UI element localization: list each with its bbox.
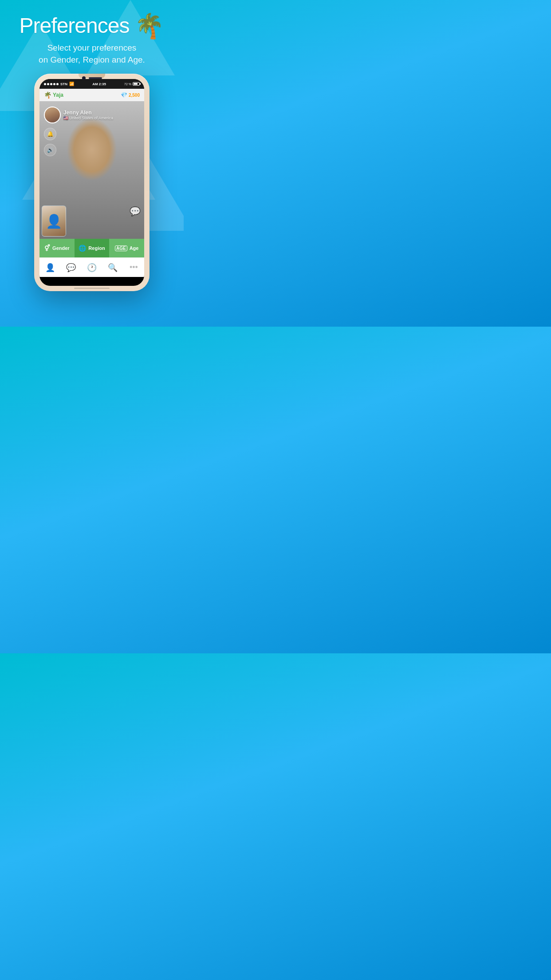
nav-profile[interactable]: 👤 xyxy=(39,258,60,277)
user-location: 🇺🇸 United States of America xyxy=(63,116,113,120)
nav-search[interactable]: 🔍 xyxy=(102,258,123,277)
search-icon: 🔍 xyxy=(108,263,118,273)
title-row: Preferences 🌴 xyxy=(0,13,184,38)
volume-icon: 🔊 xyxy=(47,147,54,153)
signal-dot-1 xyxy=(44,83,46,85)
subtitle-line1: Select your preferences xyxy=(47,43,137,52)
region-label: Region xyxy=(88,245,105,251)
preference-buttons: ⚥ Gender 🌐 Region AGE Age xyxy=(39,239,144,257)
gender-icon: ⚥ xyxy=(44,245,50,252)
coin-count: 2,500 xyxy=(129,93,140,98)
more-icon: ••• xyxy=(130,263,138,272)
carrier-label: STN xyxy=(60,82,67,86)
nav-history[interactable]: 🕐 xyxy=(81,258,102,277)
self-avatar-placeholder: 👤 xyxy=(46,213,62,229)
signal-dot-2 xyxy=(47,83,49,85)
app-logo: 🌴 Yaja xyxy=(44,91,63,99)
subtitle: Select your preferences on Gender, Regio… xyxy=(0,42,184,66)
signal-dot-4 xyxy=(53,83,55,85)
history-icon: 🕐 xyxy=(87,263,97,273)
status-time: AM 2:35 xyxy=(92,82,106,86)
coin-display: 💎 2,500 xyxy=(121,92,140,98)
page-header: Preferences 🌴 Select your preferences on… xyxy=(0,0,184,66)
location-text: United States of America xyxy=(69,116,113,120)
bell-button[interactable]: 🔔 xyxy=(44,128,56,140)
phone-speaker xyxy=(89,77,102,79)
video-feed: Jenny Alen 🇺🇸 United States of America 🔔… xyxy=(39,101,144,239)
bell-icon: 🔔 xyxy=(47,131,54,137)
app-logo-text: Yaja xyxy=(53,92,63,98)
signal-dots xyxy=(44,83,59,85)
page-title: Preferences xyxy=(20,13,130,38)
app-logo-icon: 🌴 xyxy=(44,91,51,99)
side-controls: 🔔 🔊 xyxy=(44,128,56,156)
user-info-overlay: Jenny Alen 🇺🇸 United States of America xyxy=(44,107,113,123)
battery-percent: 72 % xyxy=(124,83,131,86)
app-header: 🌴 Yaja 💎 2,500 xyxy=(39,89,144,101)
volume-button[interactable]: 🔊 xyxy=(44,144,56,156)
avatar-image xyxy=(45,107,60,122)
gender-button[interactable]: ⚥ Gender xyxy=(39,239,75,257)
self-preview-image: 👤 xyxy=(42,206,66,236)
profile-icon: 👤 xyxy=(45,263,55,273)
status-bar: STN 📶 AM 2:35 72 % xyxy=(39,79,144,89)
region-icon: 🌐 xyxy=(79,245,86,252)
user-name: Jenny Alen xyxy=(63,110,113,116)
nav-chat[interactable]: 💬 xyxy=(60,258,81,277)
phone-screen: STN 📶 AM 2:35 72 % 🌴 Yaja 💎 xyxy=(39,79,144,286)
age-icon: AGE xyxy=(115,245,127,251)
chat-icon: 💬 xyxy=(66,263,76,273)
home-indicator xyxy=(74,288,110,289)
age-label: Age xyxy=(130,245,139,251)
chat-overlay-icon[interactable]: 💬 xyxy=(130,206,141,217)
wifi-icon: 📶 xyxy=(69,82,74,86)
age-button[interactable]: AGE Age xyxy=(109,239,144,257)
self-preview-thumbnail: 👤 xyxy=(42,205,66,237)
app-bottom-nav: 👤 💬 🕐 🔍 ••• xyxy=(39,257,144,277)
phone-mockup: STN 📶 AM 2:35 72 % 🌴 Yaja 💎 xyxy=(34,74,150,291)
status-left: STN 📶 xyxy=(44,82,74,86)
gender-label: Gender xyxy=(52,245,70,251)
palm-tree-icon: 🌴 xyxy=(134,14,164,38)
phone-wrapper: STN 📶 AM 2:35 72 % 🌴 Yaja 💎 xyxy=(34,74,150,327)
user-text: Jenny Alen 🇺🇸 United States of America xyxy=(63,110,113,120)
region-button[interactable]: 🌐 Region xyxy=(75,239,110,257)
battery-icon xyxy=(133,82,140,86)
subtitle-line2: on Gender, Region and Age. xyxy=(39,55,145,64)
nav-more[interactable]: ••• xyxy=(123,258,144,277)
signal-dot-3 xyxy=(50,83,52,85)
battery-fill xyxy=(134,83,138,85)
signal-dot-5 xyxy=(56,83,59,85)
user-avatar xyxy=(44,107,61,123)
diamond-icon: 💎 xyxy=(121,92,127,98)
flag-icon: 🇺🇸 xyxy=(63,116,68,120)
phone-camera xyxy=(82,76,86,80)
status-right: 72 % xyxy=(124,82,140,86)
